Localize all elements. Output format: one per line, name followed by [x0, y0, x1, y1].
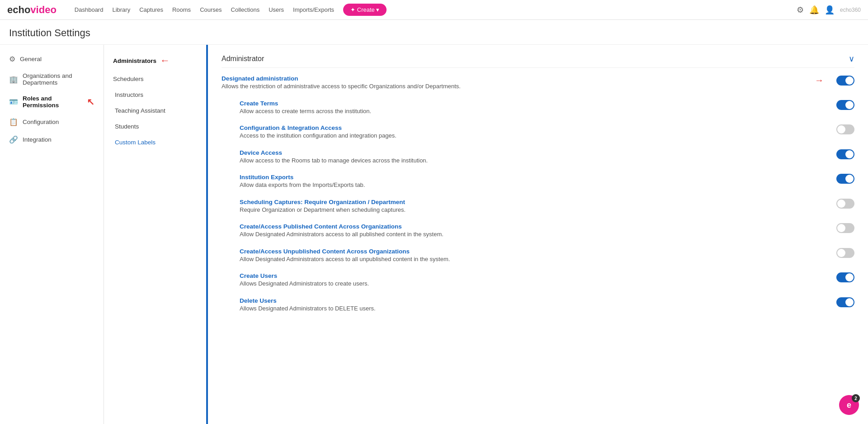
settings-icon[interactable]: ⚙ [797, 5, 804, 15]
permission-title-access-unpublished: Create/Access Unpublished Content Across… [240, 248, 450, 255]
sidebar-label-orgs: Organizations and Departments [23, 72, 94, 86]
permission-desc-device-access: Allow access to the Rooms tab to manage … [240, 156, 428, 165]
config-icon: 📋 [9, 118, 18, 126]
toggle-wrap-create-users[interactable] [836, 272, 854, 282]
middle-item-schedulers[interactable]: Schedulers [104, 71, 206, 87]
nav-dashboard[interactable]: Dashboard [75, 6, 104, 13]
nav-rooms[interactable]: Rooms [172, 6, 191, 13]
permission-header-delete-users: Delete Users Allows Designated Administr… [240, 297, 854, 313]
permission-title-delete-users: Delete Users [240, 297, 376, 304]
toggle-device-access[interactable] [836, 149, 854, 159]
toggle-wrap-delete-users[interactable] [836, 297, 854, 307]
sidebar-label-general: General [20, 56, 42, 62]
permission-row-institution-exports: Institution Exports Allow data exports f… [222, 174, 854, 190]
permission-header-scheduling-captures: Scheduling Captures: Require Organizatio… [240, 199, 854, 214]
permission-desc-scheduling-captures: Require Organization or Department when … [240, 205, 406, 214]
toggle-institution-exports[interactable] [836, 174, 854, 184]
orgs-icon: 🏢 [9, 75, 18, 84]
create-button[interactable]: ✦ Create ▾ [343, 4, 387, 16]
toggle-wrap-config-integration[interactable] [836, 124, 854, 134]
middle-label-custom-labels: Custom Labels [115, 139, 156, 146]
toggle-scheduling-captures[interactable] [836, 199, 854, 209]
nav-users[interactable]: Users [269, 6, 284, 13]
middle-item-custom-labels[interactable]: Custom Labels [104, 134, 206, 150]
toggle-wrap-institution-exports[interactable] [836, 174, 854, 184]
middle-item-teaching-assistant[interactable]: Teaching Assistant [104, 103, 206, 119]
middle-item-administrators[interactable]: Administrators ← [104, 50, 206, 71]
toggle-delete-users[interactable] [836, 297, 854, 307]
permission-header-create-terms: Create Terms Allow access to create term… [240, 100, 854, 116]
toggle-create-users[interactable] [836, 272, 854, 282]
sidebar-item-general[interactable]: ⚙ General [0, 50, 104, 68]
toggle-wrap-create-terms[interactable] [836, 100, 854, 110]
toggle-wrap-access-unpublished[interactable] [836, 248, 854, 258]
top-nav: echovideo Dashboard Library Captures Roo… [0, 0, 868, 20]
logo-echo: echo [7, 4, 30, 16]
permission-row-create-users: Create Users Allows Designated Administr… [222, 272, 854, 288]
nav-courses[interactable]: Courses [200, 6, 222, 13]
permission-row-delete-users: Delete Users Allows Designated Administr… [222, 297, 854, 313]
permission-header-institution-exports: Institution Exports Allow data exports f… [240, 174, 854, 190]
page-title: Institution Settings [0, 20, 868, 45]
toggle-access-published[interactable] [836, 223, 854, 233]
permission-title-access-published: Create/Access Published Content Across O… [240, 223, 443, 230]
permission-row-designated-admin: Designated administration Allows the res… [222, 75, 854, 91]
middle-label-administrators: Administrators [113, 57, 156, 64]
permission-row-access-unpublished: Create/Access Unpublished Content Across… [222, 248, 854, 264]
permission-row-access-published: Create/Access Published Content Across O… [222, 223, 854, 239]
permission-row-device-access: Device Access Allow access to the Rooms … [222, 149, 854, 165]
toggle-wrap-designated-admin[interactable] [836, 76, 854, 86]
permission-row-create-terms: Create Terms Allow access to create term… [222, 100, 854, 116]
main-content-panel: Administrator ∨ Designated administratio… [208, 45, 868, 424]
middle-label-students: Students [115, 123, 139, 130]
arrow-toggle-indicator: → [815, 75, 824, 86]
sidebar-label-config: Configuration [23, 119, 59, 125]
brand-icon: echo360 [840, 7, 861, 13]
chat-icon: e [847, 400, 851, 410]
permission-desc-designated-admin: Allows the restriction of administrative… [222, 82, 461, 91]
user-icon[interactable]: 👤 [825, 5, 835, 15]
logo-video: video [30, 4, 56, 16]
nav-imports[interactable]: Imports/Exports [293, 6, 334, 13]
middle-label-teaching-assistant: Teaching Assistant [115, 107, 165, 114]
permission-title-institution-exports: Institution Exports [240, 174, 365, 181]
nav-captures[interactable]: Captures [139, 6, 163, 13]
sidebar-item-orgs[interactable]: 🏢 Organizations and Departments [0, 68, 104, 91]
sidebar-item-integration[interactable]: 🔗 Integration [0, 131, 104, 148]
permission-desc-institution-exports: Allow data exports from the Imports/Expo… [240, 181, 365, 190]
middle-item-instructors[interactable]: Instructors [104, 87, 206, 103]
bell-icon[interactable]: 🔔 [809, 5, 819, 15]
permission-title-config-integration: Configuration & Integration Access [240, 124, 396, 131]
sidebar-item-config[interactable]: 📋 Configuration [0, 113, 104, 131]
permission-title-create-terms: Create Terms [240, 100, 371, 107]
toggle-config-integration[interactable] [836, 124, 854, 134]
permission-desc-config-integration: Access to the institution configuration … [240, 131, 396, 140]
toggle-wrap-device-access[interactable] [836, 149, 854, 159]
section-chevron-button[interactable]: ∨ [849, 54, 854, 64]
toggle-designated-admin[interactable] [836, 76, 854, 86]
middle-item-students[interactable]: Students [104, 119, 206, 134]
nav-library[interactable]: Library [112, 6, 130, 13]
permission-title-designated-admin: Designated administration [222, 75, 461, 82]
middle-column: Administrators ← Schedulers Instructors … [104, 45, 208, 424]
permission-desc-access-published: Allow Designated Administrators access t… [240, 230, 443, 239]
permission-title-device-access: Device Access [240, 149, 428, 156]
roles-icon: 🪪 [9, 98, 18, 106]
sidebar-label-integration: Integration [23, 136, 52, 143]
permission-header-create-users: Create Users Allows Designated Administr… [240, 272, 854, 288]
toggle-wrap-access-published[interactable] [836, 223, 854, 233]
nav-collections[interactable]: Collections [231, 6, 260, 13]
permission-title-scheduling-captures: Scheduling Captures: Require Organizatio… [240, 199, 406, 205]
permission-desc-delete-users: Allows Designated Administrators to DELE… [240, 304, 376, 313]
toggle-wrap-scheduling-captures[interactable] [836, 199, 854, 209]
permission-header-access-published: Create/Access Published Content Across O… [240, 223, 854, 239]
toggle-create-terms[interactable] [836, 100, 854, 110]
sidebar-label-roles: Roles and Permissions [23, 95, 80, 109]
integration-icon: 🔗 [9, 135, 18, 144]
logo: echovideo [7, 4, 57, 16]
nav-right: ⚙ 🔔 👤 echo360 [797, 5, 861, 15]
permission-desc-create-terms: Allow access to create terms across the … [240, 107, 371, 116]
toggle-access-unpublished[interactable] [836, 248, 854, 258]
sidebar-item-roles[interactable]: 🪪 Roles and Permissions ↖ [0, 91, 104, 113]
chat-bubble[interactable]: e 2 [839, 395, 859, 415]
